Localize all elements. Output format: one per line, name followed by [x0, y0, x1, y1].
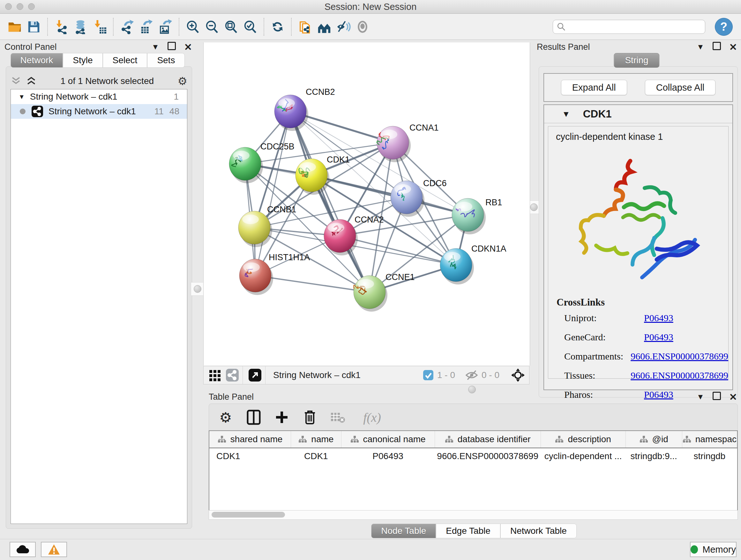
save-session-button[interactable] [24, 16, 44, 37]
zoom-selected-button[interactable] [241, 16, 260, 37]
import-network-button[interactable] [52, 16, 71, 37]
tab-network[interactable]: Network [10, 53, 63, 68]
network-node-CDKN1A[interactable] [440, 248, 474, 285]
crosshair-icon[interactable] [511, 368, 525, 382]
collapse-all-icon[interactable] [10, 76, 21, 86]
show-columns-button[interactable] [246, 409, 262, 426]
network-node-CDC6[interactable] [391, 181, 424, 217]
import-database-button[interactable] [71, 16, 90, 37]
crosslink-link[interactable]: P06493 [644, 313, 673, 323]
column-header-name[interactable]: name [291, 431, 341, 448]
export-table-button[interactable] [137, 16, 156, 37]
section-expander-icon[interactable]: ▼ [562, 109, 570, 119]
overview-button[interactable] [315, 16, 334, 37]
tab-select[interactable]: Select [103, 53, 147, 68]
table-cell: stringdb [682, 448, 737, 464]
export-network-button[interactable] [118, 16, 137, 37]
scrollbar-thumb[interactable] [212, 512, 285, 517]
tab-style[interactable]: Style [63, 53, 103, 68]
crosslinks-list: Uniprot:P06493GeneCard:P06493Compartment… [548, 313, 728, 400]
column-header-shared-name[interactable]: shared name [209, 431, 291, 448]
panel-float-button[interactable] [713, 42, 721, 52]
delete-table-button[interactable] [330, 409, 346, 426]
column-header-canonical-name[interactable]: canonical name [341, 431, 434, 448]
zoom-fit-button[interactable] [221, 16, 241, 37]
network-node-CCNA1[interactable] [377, 126, 411, 162]
table-horizontal-scrollbar[interactable] [209, 510, 738, 520]
zoom-in-button[interactable] [183, 16, 202, 37]
panel-menu-button[interactable]: ▼ [151, 43, 159, 51]
table-settings-button[interactable]: ⚙ [217, 409, 234, 426]
network-node-HIST1H1A[interactable] [239, 259, 273, 295]
column-header--id[interactable]: @id [625, 431, 682, 448]
help-button[interactable]: ? [715, 18, 733, 36]
columns-icon [247, 410, 261, 425]
network-canvas[interactable]: CCNB2CCNA1CDC25BCDK1CDC6RB1CCNB1CCNA2CDK… [203, 43, 530, 366]
gear-icon[interactable]: ⚙ [178, 75, 187, 87]
panel-float-button[interactable] [713, 392, 721, 402]
import-table-button[interactable] [90, 16, 109, 37]
panel-menu-button[interactable]: ▼ [697, 43, 704, 51]
string-network-graph[interactable]: CCNB2CCNA1CDC25BCDK1CDC6RB1CCNB1CCNA2CDK… [204, 43, 530, 366]
panel-float-button[interactable] [167, 42, 176, 52]
panel-close-button[interactable]: ✕ [729, 391, 737, 402]
zoom-out-button[interactable] [202, 16, 221, 37]
network-node-CDK1[interactable] [295, 159, 329, 195]
tab-sets[interactable]: Sets [147, 53, 185, 68]
collapse-all-button[interactable]: Collapse All [645, 80, 716, 95]
node-label-HIST1H1A: HIST1H1A [269, 253, 310, 262]
left-splitter-handle[interactable] [191, 282, 204, 296]
cloud-button[interactable] [10, 542, 36, 557]
tab-string[interactable]: String [614, 53, 659, 68]
network-selected-status: 1 of 1 Network selected [37, 76, 178, 86]
table-panel: Table Panel ▼ ✕ ⚙ f(x) shared namenameca… [207, 390, 741, 537]
crosslink-link[interactable]: 9606.ENSP00000378699 [630, 370, 728, 381]
network-node-CCNB2[interactable] [274, 95, 308, 131]
toolbar-separator [264, 18, 264, 36]
column-header-database-identifier[interactable]: database identifier [434, 431, 541, 448]
column-header-description[interactable]: description [541, 431, 625, 448]
export-image-button[interactable] [156, 16, 175, 37]
node-label-CCNB2: CCNB2 [306, 87, 335, 97]
tab-network-table[interactable]: Network Table [500, 523, 577, 538]
tree-expander-icon[interactable]: ▼ [18, 93, 25, 101]
delete-column-button[interactable] [301, 409, 318, 426]
clone-network-button[interactable] [295, 16, 315, 37]
search-input[interactable] [566, 21, 701, 32]
tab-edge-table[interactable]: Edge Table [436, 523, 500, 538]
tab-node-table[interactable]: Node Table [371, 523, 436, 538]
export-view-icon[interactable] [248, 368, 262, 382]
expand-all-button[interactable]: Expand All [561, 80, 627, 95]
share-view-icon[interactable] [225, 368, 239, 382]
column-header-namespac[interactable]: namespac [682, 431, 737, 448]
grid-icon[interactable] [208, 368, 222, 382]
network-collection-row[interactable]: ▼ String Network – cdk1 1 [11, 89, 187, 104]
network-row[interactable]: String Network – cdk1 11 48 [11, 104, 187, 119]
table-row[interactable]: CDK1CDK1P064939606.ENSP00000378699cyclin… [209, 448, 737, 464]
hidden-eye-icon[interactable] [465, 369, 478, 381]
add-column-button[interactable] [273, 409, 290, 426]
houses-icon [317, 19, 332, 34]
search-field[interactable] [553, 20, 705, 34]
memory-button[interactable]: Memory [690, 542, 737, 557]
network-node-CCNE1[interactable] [354, 275, 387, 312]
network-node-CDC25B[interactable] [229, 147, 263, 183]
selected-checkbox-icon[interactable] [422, 369, 434, 381]
eye-icon [355, 19, 370, 34]
panel-close-button[interactable]: ✕ [184, 42, 192, 53]
network-node-RB1[interactable] [452, 198, 486, 234]
panel-menu-button[interactable]: ▼ [697, 392, 704, 401]
open-session-button[interactable] [5, 16, 24, 37]
refresh-button[interactable] [268, 16, 287, 37]
function-builder-button[interactable]: f(x) [358, 409, 387, 426]
crosslink-link[interactable]: P06493 [644, 332, 673, 343]
crosslink-link[interactable]: 9606.ENSP00000378699 [630, 351, 728, 362]
expand-all-icon[interactable] [26, 76, 37, 86]
panel-close-button[interactable]: ✕ [729, 42, 737, 53]
cytoscape-window: Session: New Session [0, 0, 741, 560]
refresh-icon [270, 19, 285, 34]
warnings-button[interactable] [41, 542, 67, 557]
annotations-button[interactable] [353, 16, 372, 37]
main-toolbar: ? [0, 14, 741, 40]
hide-details-button[interactable] [334, 16, 353, 37]
